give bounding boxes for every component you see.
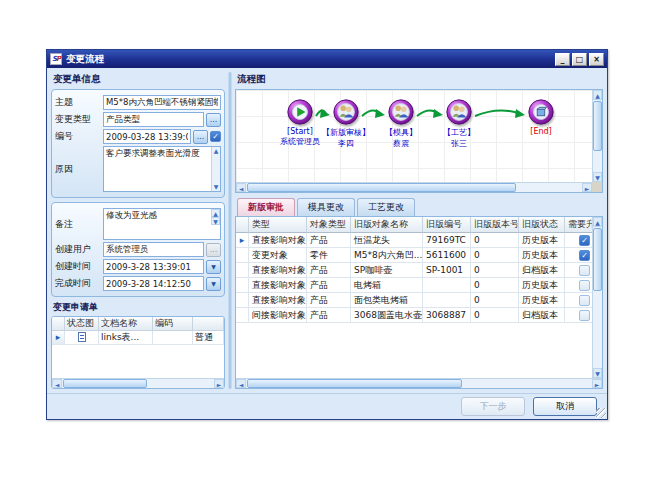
number-label: 编号 — [55, 130, 103, 143]
column-header-0: 类型 — [249, 217, 307, 233]
upgrade-checkbox[interactable] — [579, 265, 590, 276]
row-selector-icon — [236, 248, 249, 263]
table-row[interactable]: 直接影响对象产品面包类电烤箱0历史版本 — [236, 293, 592, 308]
old-version-cell: 0 — [471, 278, 519, 293]
row-selector-header — [236, 217, 249, 233]
reason-textarea[interactable]: 客户要求调整表面光滑度 ▲▼ — [103, 146, 221, 192]
table-row[interactable]: 直接影响对象产品电烤箱0历史版本 — [236, 278, 592, 293]
flow-hscrollbar[interactable]: ◄ ► — [236, 182, 592, 192]
request-form-table: 状态图文档名称编码 ▸links表...普通 ◄ ► — [51, 316, 225, 389]
upgrade-cell[interactable]: ✓ — [565, 233, 592, 248]
old-name-cell: M5*8内六角凹... — [351, 248, 423, 263]
button-bar: 下一步 取消 — [47, 393, 607, 419]
create-user-input[interactable] — [103, 242, 204, 257]
scroll-left-icon[interactable]: ◄ — [236, 379, 246, 388]
scroll-down-icon[interactable]: ▼ — [593, 368, 602, 378]
scroll-right-icon[interactable]: ► — [214, 379, 224, 388]
cancel-button[interactable]: 取消 — [533, 397, 597, 416]
reason-label: 原因 — [55, 163, 103, 176]
table-row[interactable]: 直接影响对象产品SP咖啡壶SP-10010归档版本SP咖 — [236, 263, 592, 278]
note-spinner[interactable]: ▲▼ — [211, 209, 220, 225]
subject-input[interactable] — [103, 95, 221, 110]
scroll-right-icon[interactable]: ► — [592, 379, 602, 388]
request-form-table-row[interactable]: ▸links表...普通 — [52, 331, 224, 345]
number-input[interactable] — [103, 129, 191, 144]
create-user-browse-button[interactable]: ... — [206, 243, 221, 257]
tab-process-change[interactable]: 工艺更改 — [357, 198, 415, 216]
request-form-hscrollbar[interactable]: ◄ ► — [52, 378, 224, 388]
scroll-up-icon[interactable]: ▲ — [593, 217, 602, 227]
upgrade-cell[interactable] — [565, 293, 592, 308]
resize-grip[interactable] — [596, 408, 606, 418]
request-form-header: 变更申请单 — [51, 301, 225, 316]
reason-scrollbar[interactable]: ▲▼ — [211, 147, 220, 191]
old-version-cell: 0 — [471, 263, 519, 278]
document-status-cell — [65, 331, 99, 345]
create-time-dropdown-button[interactable]: ▼ — [206, 260, 221, 274]
note-textarea[interactable]: 修改为亚光感 ▲▼ — [103, 208, 221, 240]
old-status-cell: 历史版本 — [519, 233, 565, 248]
upgrade-checkbox[interactable]: ✓ — [579, 250, 590, 261]
change-type-input[interactable] — [103, 112, 204, 127]
titlebar[interactable]: SP 变更流程 _ □ × — [47, 50, 607, 68]
old-number-cell — [423, 293, 471, 308]
table-vscrollbar[interactable]: ▲ ▼ — [592, 217, 602, 378]
upgrade-cell[interactable] — [565, 263, 592, 278]
object-type-cell: 产品 — [307, 233, 351, 248]
scroll-up-icon[interactable]: ▲ — [593, 90, 602, 100]
user-node-icon — [445, 98, 473, 126]
type-cell: 间接影响对象 — [249, 308, 307, 323]
old-name-cell: SP咖啡壶 — [351, 263, 423, 278]
old-number-cell — [423, 278, 471, 293]
upgrade-cell[interactable] — [565, 278, 592, 293]
flow-node-label: 【工艺】 — [427, 127, 491, 138]
flow-node-assignee: 张三 — [427, 138, 491, 149]
table-row[interactable]: 间接影响对象产品3068圆盖电水壶30688870归档版本 — [236, 308, 592, 323]
old-status-cell: 历史版本 — [519, 293, 565, 308]
maximize-button[interactable]: □ — [572, 53, 587, 66]
upgrade-checkbox[interactable] — [579, 280, 590, 291]
old-status-cell: 历史版本 — [519, 278, 565, 293]
column-header-6: 需要升版 — [565, 217, 592, 233]
upgrade-cell[interactable] — [565, 308, 592, 323]
next-button[interactable]: 下一步 — [461, 397, 525, 416]
type-cell: 变更对象 — [249, 248, 307, 263]
panel-splitter[interactable] — [228, 72, 232, 389]
scroll-right-icon[interactable]: ► — [582, 183, 592, 192]
upgrade-checkbox[interactable] — [579, 310, 590, 321]
finish-time-dropdown-button[interactable]: ▼ — [206, 277, 221, 291]
old-version-cell: 0 — [471, 233, 519, 248]
scroll-left-icon[interactable]: ◄ — [236, 183, 246, 192]
end-node-icon — [527, 98, 555, 126]
tab-mold-change[interactable]: 模具更改 — [297, 198, 355, 216]
document-code-cell — [153, 331, 193, 345]
table-row[interactable]: 变更对象零件M5*8内六角凹...56116000历史版本✓M5*8 — [236, 248, 592, 263]
change-process-window: SP 变更流程 _ □ × 变更单信息 主题 变更类型 ... — [46, 49, 608, 420]
scroll-left-icon[interactable]: ◄ — [52, 379, 62, 388]
old-status-cell: 历史版本 — [519, 248, 565, 263]
finish-time-label: 完成时间 — [55, 277, 103, 290]
tab-new-version-approval[interactable]: 新版审批 — [237, 198, 295, 216]
table-row[interactable]: ▸直接影响对象产品恒温龙头79169TC0历史版本✓ — [236, 233, 592, 248]
request-form-column-header: 状态图 — [65, 317, 99, 331]
upgrade-checkbox[interactable]: ✓ — [579, 235, 590, 246]
object-type-cell: 产品 — [307, 278, 351, 293]
number-checkbox[interactable]: ✓ — [210, 131, 221, 142]
old-version-cell: 0 — [471, 248, 519, 263]
finish-time-input[interactable] — [103, 276, 204, 291]
upgrade-cell[interactable]: ✓ — [565, 248, 592, 263]
flow-vscrollbar[interactable]: ▲ ▼ — [592, 90, 602, 182]
scroll-down-icon[interactable]: ▼ — [593, 172, 602, 182]
change-type-browse-button[interactable]: ... — [206, 113, 221, 127]
approval-table-header: 类型对象类型旧版对象名称旧版编号旧版版本号旧版状态需要升版新版 — [236, 217, 592, 233]
create-time-input[interactable] — [103, 259, 204, 274]
table-hscrollbar[interactable]: ◄ ► — [236, 378, 602, 388]
upgrade-checkbox[interactable] — [579, 295, 590, 306]
old-number-cell: SP-1001 — [423, 263, 471, 278]
flow-chart-canvas[interactable]: [Start]系统管理员【新版审核】李四【模具】蔡震【工艺】张三[End] — [236, 90, 592, 182]
flow-node-end[interactable]: [End] — [509, 98, 573, 136]
minimize-button[interactable]: _ — [555, 53, 570, 66]
number-browse-button[interactable]: ... — [193, 130, 208, 144]
old-status-cell: 归档版本 — [519, 308, 565, 323]
close-button[interactable]: × — [589, 53, 604, 66]
